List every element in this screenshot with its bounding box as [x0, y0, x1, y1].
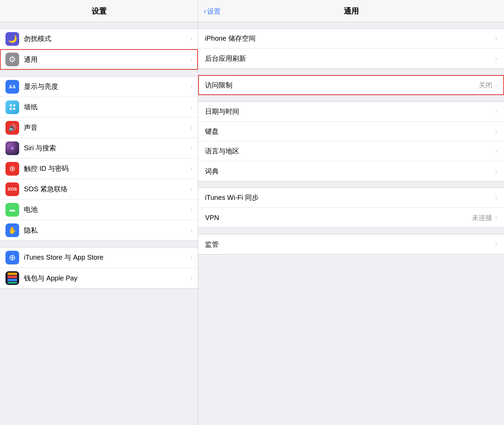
left-title: 设置 [92, 7, 107, 15]
sidebar-item-touchid[interactable]: ⊛ 触控 ID 与密码 [0, 159, 198, 179]
right-item-dictionary[interactable]: 词典 [198, 161, 504, 181]
left-group-2: AA 显示与亮度 墙纸 🔊 声音 ◉ [0, 76, 198, 241]
datetime-label: 日期与时间 [205, 107, 495, 116]
sidebar-item-general[interactable]: ⚙ 通用 [0, 49, 198, 70]
keyboard-chevron-icon [495, 128, 497, 135]
gear-icon: ⚙ [5, 53, 19, 66]
display-label: 显示与亮度 [24, 82, 188, 91]
back-chevron-icon [204, 7, 206, 16]
right-title: 通用 [344, 6, 359, 16]
fingerprint-icon: ⊛ [5, 162, 19, 176]
wallpaper-label: 墙纸 [24, 102, 188, 112]
battery-label: 电池 [24, 205, 188, 214]
right-group-2: 访问限制 关闭 [198, 75, 504, 95]
vpn-value: 未连接 [472, 213, 492, 222]
touchid-label: 触控 ID 与密码 [24, 164, 188, 173]
dictionary-chevron-icon [495, 168, 497, 175]
moon-icon: 🌙 [5, 32, 19, 46]
wallet-icon [5, 271, 19, 285]
right-item-vpn[interactable]: VPN 未连接 [198, 208, 504, 228]
right-item-restrictions[interactable]: 访问限制 关闭 [198, 75, 504, 95]
sound-icon: 🔊 [5, 121, 19, 135]
left-panel: 设置 🌙 勿扰模式 ⚙ 通用 AA 显示与亮度 [0, 0, 198, 425]
right-group-3: 日期与时间 键盘 语言与地区 词典 [198, 101, 504, 181]
iphone-storage-label: iPhone 储存空间 [205, 34, 495, 43]
sound-chevron-icon [190, 124, 192, 131]
touchid-chevron-icon [190, 165, 192, 172]
wallpaper-chevron-icon [190, 104, 192, 111]
sidebar-item-privacy[interactable]: ✋ 隐私 [0, 220, 198, 241]
display-icon: AA [5, 80, 19, 94]
itunes-wifi-chevron-icon [495, 194, 497, 201]
siri-label: Siri 与搜索 [24, 143, 188, 153]
right-item-bg-refresh[interactable]: 后台应用刷新 [198, 49, 504, 68]
right-item-iphone-storage[interactable]: iPhone 储存空间 [198, 29, 504, 49]
restrictions-chevron-icon [495, 82, 497, 89]
dnd-chevron-icon [190, 35, 192, 42]
battery-icon: ▬ [5, 203, 19, 217]
left-header: 设置 [0, 0, 198, 22]
right-item-supervision[interactable]: 监管 [198, 234, 504, 254]
supervision-label: 监管 [205, 240, 495, 249]
bg-refresh-chevron-icon [495, 55, 497, 62]
right-item-language[interactable]: 语言与地区 [198, 141, 504, 161]
right-item-datetime[interactable]: 日期与时间 [198, 102, 504, 122]
iphone-storage-chevron-icon [495, 35, 497, 42]
right-item-itunes-wifi[interactable]: iTunes Wi-Fi 同步 [198, 188, 504, 208]
sidebar-item-siri[interactable]: ◉ Siri 与搜索 [0, 138, 198, 159]
supervision-chevron-icon [495, 241, 497, 248]
wallet-label: 钱包与 Apple Pay [24, 274, 188, 283]
right-group-5: 监管 [198, 234, 504, 255]
wallpaper-icon [5, 100, 19, 114]
sidebar-item-wallpaper[interactable]: 墙纸 [0, 97, 198, 118]
right-header: 设置 通用 [198, 0, 504, 22]
sidebar-item-display[interactable]: AA 显示与亮度 [0, 77, 198, 97]
dictionary-label: 词典 [205, 167, 495, 176]
right-group-4: iTunes Wi-Fi 同步 VPN 未连接 [198, 188, 504, 228]
hand-icon: ✋ [5, 223, 19, 237]
sound-label: 声音 [24, 123, 188, 132]
bg-refresh-label: 后台应用刷新 [205, 54, 495, 63]
back-button[interactable]: 设置 [204, 7, 221, 16]
sos-icon: SOS [5, 182, 19, 196]
siri-icon: ◉ [5, 141, 19, 155]
general-label: 通用 [24, 55, 188, 64]
appstore-label: iTunes Store 与 App Store [24, 253, 188, 262]
sidebar-item-appstore[interactable]: ⊕ iTunes Store 与 App Store [0, 247, 198, 268]
vpn-chevron-icon [495, 214, 497, 221]
left-group-1: 🌙 勿扰模式 ⚙ 通用 [0, 28, 198, 70]
privacy-label: 隐私 [24, 226, 188, 235]
sidebar-item-wallet[interactable]: 钱包与 Apple Pay [0, 268, 198, 288]
itunes-wifi-label: iTunes Wi-Fi 同步 [205, 193, 495, 202]
vpn-label: VPN [205, 214, 472, 222]
wallet-chevron-icon [190, 275, 192, 282]
sidebar-item-sound[interactable]: 🔊 声音 [0, 118, 198, 138]
language-chevron-icon [495, 148, 497, 155]
right-item-keyboard[interactable]: 键盘 [198, 122, 504, 141]
language-label: 语言与地区 [205, 147, 495, 156]
appstore-chevron-icon [190, 254, 192, 261]
appstore-icon: ⊕ [5, 251, 19, 264]
restrictions-label: 访问限制 [205, 81, 479, 90]
right-panel: 设置 通用 iPhone 储存空间 后台应用刷新 访问限制 关闭 日期与时间 键… [198, 0, 504, 425]
sidebar-item-battery[interactable]: ▬ 电池 [0, 200, 198, 220]
sos-chevron-icon [190, 186, 192, 193]
right-group-1: iPhone 储存空间 后台应用刷新 [198, 28, 504, 69]
general-chevron-icon [190, 56, 192, 63]
left-group-3: ⊕ iTunes Store 与 App Store 钱包与 Apple Pay [0, 247, 198, 289]
dnd-label: 勿扰模式 [24, 34, 188, 43]
back-label: 设置 [207, 7, 221, 16]
privacy-chevron-icon [190, 227, 192, 234]
battery-chevron-icon [190, 206, 192, 213]
display-chevron-icon [190, 83, 192, 90]
sidebar-item-sos[interactable]: SOS SOS 紧急联络 [0, 179, 198, 200]
restrictions-value: 关闭 [479, 81, 492, 90]
sos-label: SOS 紧急联络 [24, 184, 188, 194]
keyboard-label: 键盘 [205, 127, 495, 136]
sidebar-item-dnd[interactable]: 🌙 勿扰模式 [0, 29, 198, 49]
siri-chevron-icon [190, 145, 192, 152]
datetime-chevron-icon [495, 108, 497, 115]
